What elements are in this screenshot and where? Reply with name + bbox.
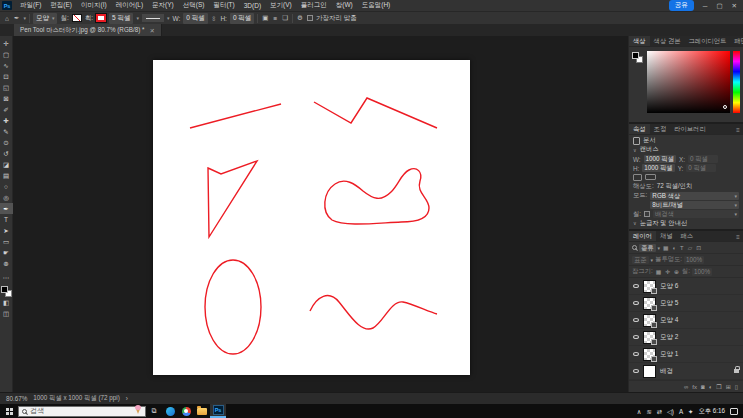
stroke-width-field[interactable]: 5 픽셀 <box>109 13 133 24</box>
canvas-width-field[interactable]: 1000 픽셀 <box>644 155 676 163</box>
move-tool[interactable]: ✛ <box>0 38 13 49</box>
type-tool[interactable]: T <box>0 214 13 225</box>
volume-icon[interactable]: ◁) <box>667 408 674 415</box>
layer-row-shape1[interactable]: 모양 1 <box>629 346 743 363</box>
filter-adjustment-icon[interactable]: ◐ <box>672 245 678 251</box>
document-tab[interactable]: Pen Tool 마스터하기.jpg @ 80.7% (RGB/8) * ✕ <box>14 24 162 36</box>
menu-help[interactable]: 도움말(H) <box>358 1 395 10</box>
wave-shape[interactable] <box>310 296 437 329</box>
bluetooth-icon[interactable]: ✦ <box>688 408 693 415</box>
visibility-eye-icon[interactable] <box>633 369 639 373</box>
taskbar-search-input[interactable]: 검색 <box>18 406 146 417</box>
layer-thumbnail[interactable] <box>643 280 656 293</box>
opacity-field[interactable]: 100% <box>684 256 704 264</box>
visibility-eye-icon[interactable] <box>633 335 639 339</box>
onedrive-icon[interactable]: ≋ <box>646 408 651 415</box>
layer-thumbnail[interactable] <box>643 365 656 378</box>
bit-depth-select[interactable]: 8비트/채널▾ <box>650 201 739 209</box>
straight-line-shape[interactable] <box>190 104 281 128</box>
foreground-color-swatch[interactable] <box>1 286 8 293</box>
gradient-tool[interactable]: ▤ <box>0 170 13 181</box>
ime-korean-icon[interactable]: A <box>679 408 683 415</box>
align-edges-checkbox[interactable] <box>307 15 313 21</box>
zoom-level[interactable]: 80.67% <box>6 395 27 402</box>
stroke-swatch[interactable] <box>96 14 106 22</box>
eyedropper-tool[interactable]: ✐ <box>0 104 13 115</box>
menu-image[interactable]: 이미지(I) <box>77 1 111 10</box>
pen-tool-preset-icon[interactable]: ✒ <box>13 14 20 22</box>
filter-smart-object-icon[interactable]: ⊡ <box>695 245 702 251</box>
layer-style-icon[interactable]: fx <box>692 384 697 390</box>
shape-tool[interactable]: ▭ <box>0 236 13 247</box>
chevron-down-icon[interactable]: ∨ <box>633 220 637 226</box>
menu-view[interactable]: 보기(V) <box>266 1 296 10</box>
menu-layer[interactable]: 레이어(L) <box>112 1 147 10</box>
hand-tool[interactable]: ☛ <box>0 247 13 258</box>
portrait-orientation-button[interactable] <box>633 174 642 181</box>
menu-type[interactable]: 문자(Y) <box>148 1 178 10</box>
hue-slider[interactable] <box>733 51 740 113</box>
pen-tool[interactable]: ✒ <box>0 203 13 214</box>
canvas-workspace[interactable] <box>13 36 628 392</box>
color-picker-marker[interactable] <box>723 105 727 109</box>
stroke-width-caret-icon[interactable]: ▾ <box>136 15 139 21</box>
layer-fill-field[interactable]: 100% <box>692 268 712 276</box>
canvas-fill-select[interactable]: 배경색▾ <box>653 210 739 218</box>
dodge-tool[interactable]: ◎ <box>0 192 13 203</box>
layer-thumbnail[interactable] <box>643 297 656 310</box>
brush-tool[interactable]: ✎ <box>0 126 13 137</box>
new-layer-icon[interactable]: ⊞ <box>726 383 731 390</box>
tab-libraries[interactable]: 라이브러리 <box>670 124 709 134</box>
menu-edit[interactable]: 편집(E) <box>46 1 76 10</box>
layer-name[interactable]: 모양 5 <box>660 299 678 308</box>
chrome-taskbar-icon[interactable] <box>178 404 194 418</box>
edit-toolbar-icon[interactable]: ⋯ <box>0 272 13 283</box>
layer-thumbnail[interactable] <box>643 314 656 327</box>
layer-row-shape6[interactable]: 모양 6 <box>629 278 743 295</box>
layer-thumbnail[interactable] <box>643 331 656 344</box>
frame-tool[interactable]: ⊠ <box>0 93 13 104</box>
fill-swatch[interactable] <box>72 14 82 22</box>
stroke-style-caret-icon[interactable]: ▾ <box>167 15 170 21</box>
menu-plugins[interactable]: 플러그인 <box>297 1 331 10</box>
network-icon[interactable]: ⇄ <box>657 408 662 415</box>
close-button[interactable]: ✕ <box>728 2 741 10</box>
eraser-tool[interactable]: ◪ <box>0 159 13 170</box>
edge-taskbar-icon[interactable] <box>162 404 178 418</box>
tab-properties[interactable]: 속성 <box>629 124 650 134</box>
marquee-tool[interactable]: ▢ <box>0 49 13 60</box>
task-view-button[interactable]: ⧉ <box>146 404 162 418</box>
chevron-down-icon[interactable]: ▾ <box>651 257 654 263</box>
clone-stamp-tool[interactable]: ⊙ <box>0 137 13 148</box>
panel-menu-icon[interactable]: ≡ <box>733 231 743 241</box>
color-mode-select[interactable]: RGB 색상▾ <box>650 192 739 200</box>
visibility-eye-icon[interactable] <box>633 301 639 305</box>
landscape-orientation-button[interactable] <box>645 174 656 180</box>
zigzag-shape[interactable] <box>314 98 437 128</box>
home-icon[interactable]: ⌂ <box>4 15 10 22</box>
color-chips[interactable] <box>632 51 644 118</box>
lasso-tool[interactable]: ∿ <box>0 60 13 71</box>
layer-thumbnail[interactable] <box>643 348 656 361</box>
tab-color[interactable]: 색상 <box>629 36 650 46</box>
shape-height-field[interactable]: 0 픽셀 <box>230 13 254 24</box>
filter-shape-icon[interactable]: ▱ <box>687 245 693 251</box>
tab-close-icon[interactable]: ✕ <box>150 27 155 34</box>
tab-adjustments[interactable]: 조정 <box>650 124 671 134</box>
notification-center-icon[interactable] <box>730 408 738 415</box>
visibility-eye-icon[interactable] <box>633 318 639 322</box>
layer-row-shape2[interactable]: 모양 2 <box>629 329 743 346</box>
layer-name[interactable]: 모양 1 <box>660 350 678 359</box>
layer-name[interactable]: 모양 6 <box>660 282 678 291</box>
tab-patterns[interactable]: 패턴 <box>730 36 743 46</box>
menu-window[interactable]: 창(W) <box>332 1 357 10</box>
path-arrangement-icon[interactable]: ❏ <box>281 14 289 22</box>
canvas-y-field[interactable]: 0 픽셀 <box>686 164 716 172</box>
filter-pixel-icon[interactable]: ▦ <box>662 245 669 251</box>
blur-tool[interactable]: ○ <box>0 181 13 192</box>
panel-menu-icon[interactable]: ≡ <box>733 124 743 134</box>
quick-mask-icon[interactable]: ◧ <box>0 297 13 308</box>
menu-3d[interactable]: 3D(D) <box>240 2 265 9</box>
path-alignment-icon[interactable]: ≡ <box>272 15 278 22</box>
path-operations-icon[interactable]: ▣ <box>261 14 269 22</box>
